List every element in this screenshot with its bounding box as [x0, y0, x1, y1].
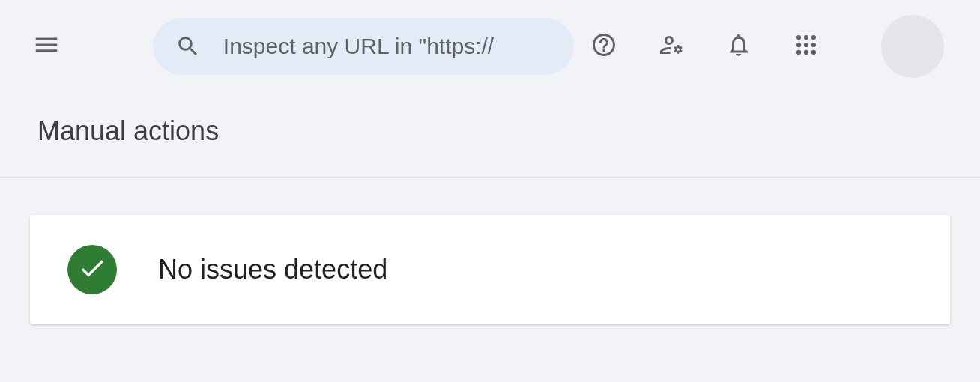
- svg-point-2: [811, 35, 816, 40]
- apps-grid-icon: [793, 32, 819, 61]
- svg-point-0: [796, 35, 801, 40]
- content-area: No issues detected: [0, 178, 980, 362]
- bell-icon: [725, 31, 752, 61]
- checkmark-icon: [77, 253, 107, 286]
- user-gear-icon: [658, 31, 685, 61]
- top-bar: [0, 0, 980, 93]
- help-button[interactable]: [589, 31, 619, 61]
- help-icon: [590, 31, 617, 61]
- status-card: No issues detected: [30, 215, 950, 324]
- avatar[interactable]: [881, 15, 944, 78]
- search-input[interactable]: [223, 34, 551, 59]
- page-title-section: Manual actions: [0, 93, 980, 178]
- apps-button[interactable]: [791, 31, 821, 61]
- status-badge: [67, 245, 117, 294]
- svg-point-8: [811, 50, 816, 55]
- svg-point-1: [804, 35, 808, 40]
- svg-point-3: [796, 43, 801, 47]
- svg-point-7: [804, 50, 808, 55]
- status-text: No issues detected: [158, 254, 387, 285]
- search-bar[interactable]: [153, 18, 574, 75]
- hamburger-icon: [32, 31, 61, 62]
- user-settings-button[interactable]: [656, 31, 686, 61]
- menu-button[interactable]: [30, 28, 63, 64]
- notifications-button[interactable]: [724, 31, 754, 61]
- svg-point-4: [804, 43, 808, 47]
- page-title: Manual actions: [37, 115, 943, 147]
- svg-point-5: [811, 43, 816, 47]
- search-icon: [175, 34, 201, 59]
- svg-point-6: [796, 50, 801, 55]
- top-icons: [589, 15, 944, 78]
